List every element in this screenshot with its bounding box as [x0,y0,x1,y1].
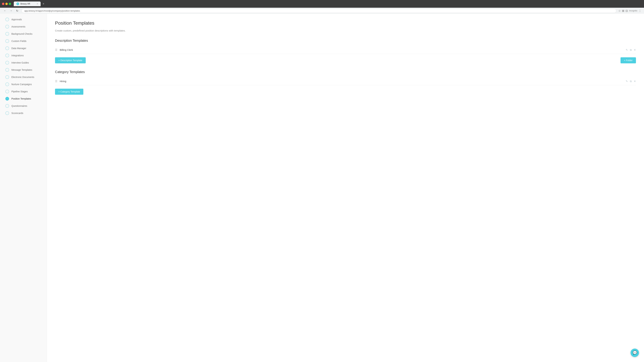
sidebar-item-background-checks[interactable]: ○ Background Checks [1,30,46,37]
sidebar-icon-questionnaires: ○ [5,104,9,108]
tab-favicon: B [16,2,19,5]
sidebar-label-pipeline-stages: Pipeline Stages [12,90,28,93]
sidebar-icon-data-manager: ○ [5,46,9,50]
sidebar-item-integrations[interactable]: ○ Integrations [1,52,46,59]
template-actions: ✎ ⧉ ✕ [626,48,636,51]
window-controls[interactable] [2,3,11,5]
sidebar: ○ Approvals ○ Assessments ○ Background C… [0,14,47,362]
category-template-name: Hiring [60,80,626,83]
sidebar-icon-assessments: ○ [5,25,9,28]
sidebar-label-assessments: Assessments [12,25,25,28]
sidebar-item-nurture-campaigns[interactable]: ○ Nurture Campaigns [1,81,46,88]
chat-icon: 💬 [632,351,637,355]
edit-icon[interactable]: ✎ [626,80,628,83]
sidebar-icon-background-checks: ○ [5,32,9,36]
delete-icon[interactable]: ✕ [634,80,636,83]
description-templates-section: Description Templates ☰ Billing Clerk ✎ … [55,39,636,63]
sidebar-label-position-templates: Position Templates [12,97,31,100]
add-folder-button[interactable]: + Folder [620,57,636,63]
menu-icon[interactable]: ⋮ [639,9,641,12]
extensions-icon[interactable]: ⊞ [622,9,624,12]
sidebar-icon-electronic-documents: ○ [5,75,9,79]
description-templates-title: Description Templates [55,39,636,42]
list-icon: ☰ [55,80,57,83]
description-template-actions: + Description Template + Folder [55,57,636,63]
sidebar-icon-pipeline-stages: ○ [5,90,9,93]
sidebar-label-custom-fields: Custom Fields [12,40,26,42]
category-template-actions: ✎ ⧉ ✕ [626,80,636,83]
main-content: Position Templates Create custom, predef… [47,14,644,362]
page-title: Position Templates [55,20,636,26]
tab-bar: B Breezy HR × + [14,1,46,6]
address-actions: ☆ ⊞ ⊡ Incognito ⋮ [618,9,641,12]
page-description: Create custom, predefined position descr… [55,29,636,32]
copy-icon[interactable]: ⧉ [630,48,632,51]
sidebar-label-questionnaires: Questionnaires [12,105,27,107]
close-window-button[interactable] [2,3,4,5]
sidebar-item-assessments[interactable]: ○ Assessments [1,23,46,30]
delete-icon[interactable]: ✕ [634,48,636,51]
sidebar-item-position-templates[interactable]: ○ Position Templates [1,95,46,102]
bookmark-icon[interactable]: ☆ [618,9,621,12]
new-tab-button[interactable]: + [41,1,46,6]
sidebar-icon-scorecards: ○ [5,111,9,115]
sidebar-label-approvals: Approvals [12,18,22,21]
template-item: ☰ Billing Clerk ✎ ⧉ ✕ [55,46,636,54]
category-templates-title: Category Templates [55,70,636,74]
app-layout: ○ Approvals ○ Assessments ○ Background C… [0,14,644,362]
sidebar-icon-interview-guides: ○ [5,61,9,64]
browser-chrome: B Breezy HR × + [0,0,644,8]
url-text: app.breezy.hr/app/c/moodjoy/company/posi… [24,9,80,12]
active-tab[interactable]: B Breezy HR × [14,1,40,6]
sidebar-icon-position-templates: ○ [5,97,9,100]
list-icon: ☰ [55,48,57,51]
chat-bubble[interactable]: 💬 [630,349,639,357]
sidebar-item-custom-fields[interactable]: ○ Custom Fields [1,37,46,44]
maximize-window-button[interactable] [9,3,11,5]
sidebar-icon-nurture-campaigns: ○ [5,82,9,86]
layout-icon[interactable]: ⊡ [626,9,628,12]
sidebar-item-pipeline-stages[interactable]: ○ Pipeline Stages [1,88,46,95]
url-bar[interactable]: app.breezy.hr/app/c/moodjoy/company/posi… [22,9,616,13]
sidebar-item-interview-guides[interactable]: ○ Interview Guides [1,59,46,66]
sidebar-item-message-templates[interactable]: ○ Message Templates [1,66,46,73]
edit-icon[interactable]: ✎ [626,48,628,51]
sidebar-item-approvals[interactable]: ○ Approvals [1,16,46,23]
sidebar-label-message-templates: Message Templates [12,68,32,71]
sidebar-label-background-checks: Background Checks [12,32,32,35]
refresh-button[interactable]: ↻ [15,8,20,13]
sidebar-label-data-manager: Data Manager [12,47,26,50]
incognito-label: Incognito [629,9,637,12]
sidebar-item-electronic-documents[interactable]: ○ Electronic Documents [1,73,46,81]
sidebar-icon-approvals: ○ [5,17,9,21]
category-template-item: ☰ Hiring ✎ ⧉ ✕ [55,77,636,85]
tab-title: Breezy HR [20,3,30,5]
sidebar-item-data-manager[interactable]: ○ Data Manager [1,45,46,52]
sidebar-item-scorecards[interactable]: ○ Scorecards [1,110,46,117]
category-templates-section: Category Templates ☰ Hiring ✎ ⧉ ✕ + Cate… [55,70,636,95]
sidebar-label-scorecards: Scorecards [12,112,23,114]
sidebar-label-electronic-documents: Electronic Documents [12,76,34,78]
sidebar-icon-message-templates: ○ [5,68,9,72]
sidebar-label-nurture-campaigns: Nurture Campaigns [12,83,32,86]
category-template-add-actions: + Category Template [55,89,636,95]
back-button[interactable]: ← [3,8,8,13]
tab-close-button[interactable]: × [37,3,38,5]
sidebar-item-questionnaires[interactable]: ○ Questionnaires [1,102,46,109]
copy-icon[interactable]: ⧉ [630,80,632,83]
sidebar-icon-integrations: ○ [5,54,9,57]
add-category-template-button[interactable]: + Category Template [55,89,83,95]
template-name: Billing Clerk [60,48,626,51]
sidebar-label-integrations: Integrations [12,54,24,57]
add-description-template-button[interactable]: + Description Template [55,57,86,63]
sidebar-icon-custom-fields: ○ [5,39,9,43]
address-bar: ← → ↻ app.breezy.hr/app/c/moodjoy/compan… [0,8,644,14]
minimize-window-button[interactable] [5,3,8,5]
sidebar-label-interview-guides: Interview Guides [12,61,29,64]
navigation-buttons: ← → ↻ [3,8,20,13]
forward-button[interactable]: → [9,8,14,13]
